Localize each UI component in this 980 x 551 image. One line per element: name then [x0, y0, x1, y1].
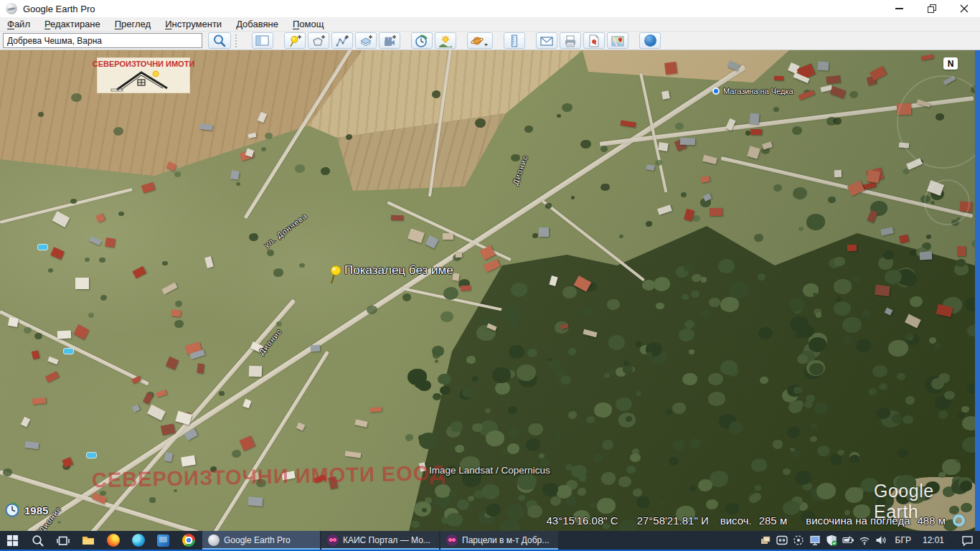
google-earth-taskbar-icon [208, 534, 220, 546]
task-view-icon [57, 534, 70, 547]
map-texture [95, 214, 105, 223]
title-bar: Google Earth Pro [0, 0, 980, 17]
display-tray-button[interactable] [807, 531, 824, 550]
map-texture [402, 293, 412, 301]
task-view-button[interactable] [50, 531, 75, 550]
email-button[interactable] [536, 32, 557, 49]
map-texture [755, 485, 761, 491]
search-button[interactable] [208, 32, 231, 49]
map-texture [132, 266, 146, 278]
compass-north-badge[interactable]: N [943, 57, 958, 70]
map-texture [75, 278, 89, 289]
menu-add[interactable]: Добавяне [229, 17, 286, 32]
navigation-ring[interactable] [897, 75, 975, 169]
taskbar-window-kais-portal[interactable]: КАИС Портал — Мо... [321, 531, 439, 550]
map-texture [48, 268, 53, 273]
map-texture [161, 283, 177, 295]
historical-imagery-button[interactable] [411, 32, 433, 49]
map-texture [182, 455, 197, 466]
map-texture [230, 170, 240, 180]
map-texture [718, 259, 735, 273]
map-texture [562, 286, 577, 298]
history-imagery-chip[interactable]: 1985 [4, 502, 48, 518]
map-texture [856, 339, 871, 352]
menu-tools[interactable]: Инструменти [158, 17, 229, 32]
map-texture [517, 364, 536, 381]
map-texture [899, 235, 908, 243]
map-texture [557, 114, 560, 117]
clock[interactable]: 12:01 [917, 531, 950, 550]
language-indicator[interactable]: БГР [890, 531, 917, 550]
placemark-label[interactable]: Показалец без име [344, 263, 453, 278]
start-button[interactable] [0, 531, 25, 550]
placemark-pushpin-icon[interactable] [326, 263, 344, 285]
close-button[interactable] [948, 0, 980, 17]
restore-button[interactable] [915, 0, 948, 17]
wifi-tray-button[interactable] [857, 531, 873, 550]
add-path-button[interactable] [331, 32, 353, 49]
map-texture [804, 401, 813, 408]
map-texture [57, 330, 72, 339]
map-texture [8, 317, 19, 327]
taskbar-window-label: Google Earth Pro [224, 535, 291, 545]
security-tray-button[interactable] [824, 531, 840, 550]
streaming-indicator-icon [953, 514, 965, 527]
map-texture [24, 441, 39, 450]
print-button[interactable] [560, 32, 581, 49]
map-texture [811, 423, 817, 428]
file-explorer-button[interactable] [75, 531, 100, 550]
battery-tray-button[interactable] [840, 531, 857, 550]
menu-edit[interactable]: Редактиране [37, 17, 108, 32]
map-texture [866, 170, 880, 183]
toggle-sidebar-button[interactable] [252, 32, 273, 49]
map-texture [89, 236, 101, 245]
mail-app-button[interactable] [151, 531, 176, 550]
agency-logo-text: СЕВЕРОИЗТОЧНИ ИМОТИ [93, 60, 195, 68]
view-in-maps-button[interactable] [607, 32, 628, 49]
map-texture [539, 227, 549, 237]
teamviewer-tray-button[interactable] [774, 531, 791, 550]
record-tour-button[interactable] [379, 32, 400, 49]
add-polygon-button[interactable] [308, 32, 329, 49]
map-texture [795, 333, 801, 338]
map-texture [708, 373, 723, 386]
poi-marker-icon[interactable] [712, 88, 720, 95]
save-image-button[interactable] [583, 32, 605, 49]
ruler-button[interactable] [504, 32, 525, 49]
map-texture [633, 489, 642, 496]
chrome-button[interactable] [176, 531, 201, 550]
volume-tray-button[interactable] [873, 531, 890, 550]
minimize-button[interactable] [883, 0, 915, 17]
edge-button[interactable] [126, 531, 151, 550]
capture-tray-button[interactable] [791, 531, 807, 550]
add-image-overlay-button[interactable] [355, 32, 377, 49]
earth-globe-button[interactable] [639, 32, 661, 49]
history-clock-icon [4, 502, 20, 518]
map-texture [654, 277, 670, 291]
menu-view[interactable]: Преглед [108, 17, 158, 32]
map-texture [265, 133, 273, 139]
navigation-ring[interactable] [924, 179, 970, 225]
taskbar-window-parcels[interactable]: Парцели в м-т Добр... [440, 531, 558, 550]
search-input[interactable] [3, 33, 202, 48]
action-center-button[interactable] [954, 531, 980, 550]
planets-button[interactable] [467, 32, 493, 49]
taskbar-window-google-earth[interactable]: Google Earth Pro [202, 531, 320, 550]
add-placemark-button[interactable] [284, 32, 306, 49]
firefox-button[interactable] [100, 531, 126, 550]
taskbar-search-button[interactable] [25, 531, 50, 550]
menu-file[interactable]: Файл [0, 17, 37, 32]
poi-label[interactable]: Магазина на Чедка [723, 87, 793, 95]
map-texture [555, 434, 561, 439]
sunlight-button[interactable] [435, 32, 456, 49]
record-tour-icon [382, 34, 397, 47]
menu-help[interactable]: Помощ [286, 17, 331, 32]
map-viewport[interactable]: СЕВЕРОИЗТОЧНИ ИМОТИ N Магазина на Чедка … [0, 50, 975, 531]
map-texture [623, 361, 629, 366]
tray-app-button[interactable] [758, 531, 774, 550]
minimize-icon [895, 8, 903, 9]
map-texture [310, 344, 319, 352]
map-texture [594, 402, 612, 418]
map-texture [725, 503, 739, 514]
map-texture [903, 415, 913, 425]
